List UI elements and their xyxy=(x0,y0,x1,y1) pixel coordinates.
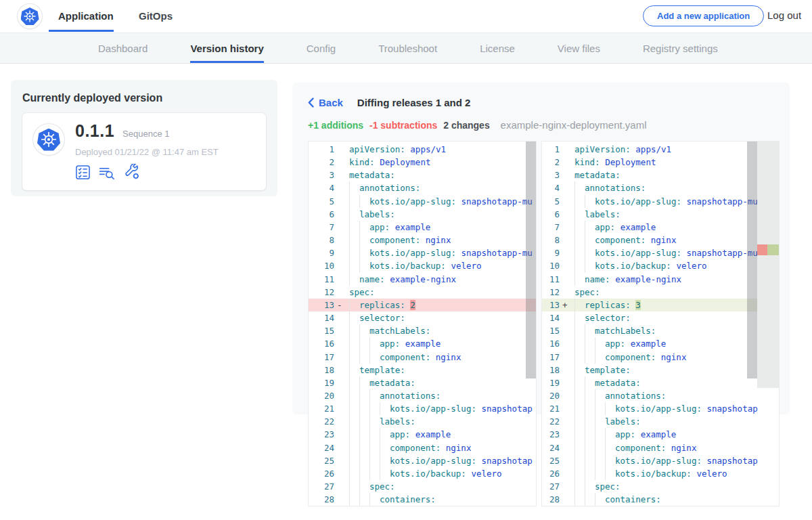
diff-editors: 1apiVersion: apps/v12kind: Deployment3me… xyxy=(308,141,780,506)
code-line: 9kots.io/app-slug: snapshotapp-mu xyxy=(542,246,779,259)
code-line: 23app: example xyxy=(542,428,779,441)
scrollbar-thumb-right[interactable] xyxy=(747,142,757,378)
code-line: 17component: nginx xyxy=(542,351,779,364)
top-nav: Application GitOps Add a new application… xyxy=(0,0,812,32)
code-line: 19metadata: xyxy=(309,376,536,389)
code-line: 14selector: xyxy=(309,311,536,324)
diff-pane-left[interactable]: 1apiVersion: apps/v12kind: Deployment3me… xyxy=(308,141,537,506)
diff-stats: +1 additions -1 subtractions 2 changes e… xyxy=(308,119,647,131)
code-rows-right: 1apiVersion: apps/v12kind: Deployment3me… xyxy=(542,143,779,506)
code-line: 23app: example xyxy=(309,428,536,441)
code-line: 25kots.io/app-slug: snapshotap xyxy=(542,454,779,467)
kubernetes-heptagon-icon xyxy=(21,7,39,25)
tab-gitops[interactable]: GitOps xyxy=(139,10,173,22)
diff-card: Back Diffing releases 1 and 2 +1 additio… xyxy=(292,83,790,414)
currently-deployed-title: Currently deployed version xyxy=(22,92,266,104)
code-line: 6labels: xyxy=(309,208,536,221)
ship-wheel-icon xyxy=(40,131,58,148)
code-line: 5kots.io/app-slug: snapshotapp-mu xyxy=(542,195,779,208)
code-line: 12spec: xyxy=(542,286,779,299)
kubernetes-heptagon-icon xyxy=(37,129,60,151)
code-line: 11name: example-nginx xyxy=(309,273,536,286)
diff-overview-ruler xyxy=(757,142,779,388)
code-line: 7app: example xyxy=(542,221,779,234)
subnav-item-config[interactable]: Config xyxy=(307,33,336,63)
subnav-item-view-files[interactable]: View files xyxy=(558,33,600,63)
code-line: 8component: nginx xyxy=(542,234,779,246)
subtractions-count: -1 subtractions xyxy=(369,120,437,131)
code-rows-left: 1apiVersion: apps/v12kind: Deployment3me… xyxy=(309,143,536,506)
code-line: 18template: xyxy=(542,364,779,376)
code-line: 4annotations: xyxy=(542,181,779,194)
app-sub-nav: Dashboard Version history Config Trouble… xyxy=(0,32,812,64)
code-line: 13-replicas: 2 xyxy=(309,299,536,311)
code-line: 10kots.io/backup: velero xyxy=(309,259,536,272)
ruler-deletion-marker xyxy=(757,244,767,255)
additions-count: +1 additions xyxy=(308,120,363,131)
scrollbar-thumb-left[interactable] xyxy=(526,142,536,378)
code-line: 11name: example-nginx xyxy=(542,273,779,286)
kubernetes-logo xyxy=(18,4,42,28)
code-line: 25kots.io/app-slug: snapshotap xyxy=(309,454,536,467)
diff-title: Diffing releases 1 and 2 xyxy=(357,97,471,108)
code-line: 20annotations: xyxy=(542,389,779,402)
code-line: 14selector: xyxy=(542,311,779,324)
code-line: 15matchLabels: xyxy=(542,324,779,337)
ruler-addition-marker xyxy=(767,244,779,255)
code-line: 3metadata: xyxy=(309,169,536,181)
code-line: 18template: xyxy=(309,364,536,376)
tab-application[interactable]: Application xyxy=(58,10,114,22)
code-line: 27spec: xyxy=(542,480,779,493)
deployed-version-card: 0.1.1 Sequence 1 Deployed 01/21/22 @ 11:… xyxy=(22,113,266,190)
code-line: 16app: example xyxy=(542,337,779,350)
changes-count: 2 changes xyxy=(443,120,489,131)
sequence-label: Sequence 1 xyxy=(122,129,169,139)
code-line: 4annotations: xyxy=(309,181,536,194)
code-line: 20annotations: xyxy=(309,389,536,402)
code-line: 5kots.io/app-slug: snapshotapp-mu xyxy=(309,195,536,208)
add-new-application-button[interactable]: Add a new application xyxy=(643,5,764,26)
ship-wheel-icon xyxy=(23,9,37,23)
code-line: 1apiVersion: apps/v1 xyxy=(542,143,779,156)
code-line: 19metadata: xyxy=(542,376,779,389)
code-line: 8component: nginx xyxy=(309,234,536,246)
code-line: 24component: nginx xyxy=(309,441,536,454)
subnav-item-registry-settings[interactable]: Registry settings xyxy=(643,33,718,63)
code-line: 28containers: xyxy=(542,493,779,506)
code-line: 9kots.io/app-slug: snapshotapp-mu xyxy=(309,246,536,259)
code-line: 1apiVersion: apps/v1 xyxy=(309,143,536,156)
code-line: 10kots.io/backup: velero xyxy=(542,259,779,272)
currently-deployed-card: Currently deployed version 0.1.1 xyxy=(11,80,277,196)
active-tab-underline xyxy=(49,30,114,32)
code-line: 7app: example xyxy=(309,221,536,234)
code-line: 27spec: xyxy=(309,480,536,493)
config-icon[interactable] xyxy=(124,164,140,180)
code-line: 15matchLabels: xyxy=(309,324,536,337)
code-line: 12spec: xyxy=(309,286,536,299)
logout-link[interactable]: Log out xyxy=(767,9,801,21)
code-line: 2kind: Deployment xyxy=(542,156,779,169)
deployed-timestamp: Deployed 01/21/22 @ 11:47 am EST xyxy=(75,147,219,157)
back-button[interactable]: Back xyxy=(308,97,343,108)
version-number: 0.1.1 xyxy=(75,121,114,141)
code-line: 3metadata: xyxy=(542,169,779,181)
code-line: 22labels: xyxy=(309,415,536,428)
preflight-checks-icon[interactable] xyxy=(75,165,91,180)
back-label: Back xyxy=(319,97,343,108)
code-line: 6labels: xyxy=(542,208,779,221)
code-line: 21kots.io/app-slug: snapshotap xyxy=(542,402,779,415)
subnav-item-license[interactable]: License xyxy=(480,33,515,63)
code-line: 13+replicas: 3 xyxy=(542,299,779,311)
code-line: 26kots.io/backup: velero xyxy=(309,467,536,480)
app-icon xyxy=(33,124,64,155)
code-line: 26kots.io/backup: velero xyxy=(542,467,779,480)
subnav-item-dashboard[interactable]: Dashboard xyxy=(98,33,148,63)
code-line: 16app: example xyxy=(309,337,536,350)
deploy-logs-icon[interactable] xyxy=(98,165,116,180)
diff-pane-right[interactable]: 1apiVersion: apps/v12kind: Deployment3me… xyxy=(541,141,780,506)
chevron-left-icon xyxy=(308,98,314,108)
subnav-item-troubleshoot[interactable]: Troubleshoot xyxy=(378,33,437,63)
code-line: 28containers: xyxy=(309,493,536,506)
diff-filename: example-nginx-deployment.yaml xyxy=(501,119,647,131)
subnav-item-version-history[interactable]: Version history xyxy=(190,33,263,63)
